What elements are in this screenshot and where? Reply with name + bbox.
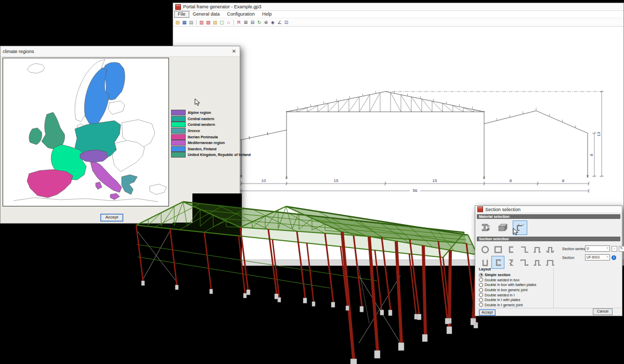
menu-configuration[interactable]: Configuration [224, 11, 259, 17]
radio-label: Double in I with plates [485, 298, 520, 302]
legend-swatch-sweden-finland [171, 146, 186, 152]
zoom-out-icon[interactable]: ⊟ [250, 19, 255, 25]
section-value: UF-60x3 [587, 255, 600, 260]
footings [141, 281, 478, 364]
shape-z-section[interactable] [518, 243, 530, 255]
shape-hat[interactable] [531, 243, 543, 255]
open-file-icon[interactable]: ▨ [175, 19, 180, 25]
legend-item: Mediterranean region [171, 140, 240, 146]
climate-titlebar[interactable]: climate regions ✕ [1, 46, 240, 57]
shape-c-channel[interactable] [505, 243, 517, 255]
material-cold-formed-button[interactable] [513, 221, 527, 235]
section-label: Section [562, 256, 585, 259]
shape-circular-hollow[interactable] [479, 243, 491, 255]
close-icon[interactable]: ✕ [230, 48, 238, 54]
section-series-value: U [587, 246, 589, 251]
section-series-dropdown[interactable]: U˅ [585, 245, 610, 252]
europe-map [3, 58, 169, 206]
menu-file[interactable]: File [174, 11, 189, 18]
series-edit-button[interactable]: ✎ [619, 246, 624, 252]
series-panel: Section series U˅ ▫ ✎ ▦ Section UF-60x3˅… [556, 242, 624, 268]
shape-z-lipped[interactable] [518, 256, 530, 268]
options-grid-icon[interactable]: ⊡ [283, 19, 289, 25]
main-titlebar[interactable]: Portal frame generator - Example.gp3 [173, 3, 623, 11]
shape-rect-hollow[interactable] [492, 243, 504, 255]
materials-icon[interactable]: ▨ [212, 19, 218, 25]
legend-swatch-central-western [171, 122, 186, 127]
zoom-window-icon[interactable]: ⊞ [243, 19, 249, 25]
pan-icon[interactable]: ◈ [270, 19, 276, 25]
report-icon[interactable]: ▢ [219, 19, 225, 25]
layout-option[interactable]: Simple section [479, 272, 536, 278]
map-turkey [150, 184, 166, 194]
dim-ridge-height: 13 [596, 132, 601, 136]
shape-hat-wide[interactable] [544, 256, 556, 268]
support-markers [240, 175, 589, 179]
map-baltics [108, 101, 125, 114]
map-iceland [27, 63, 45, 73]
desktop: Portal frame generator - Example.gp3 Fil… [0, 0, 624, 364]
menu-general-data[interactable]: General data [189, 11, 224, 17]
dim-total: 56 [413, 188, 418, 193]
dialog-titlebar[interactable]: Section selection [475, 206, 622, 213]
climate-legend: Alpine region Central eastern Central we… [171, 110, 240, 158]
radio-icon[interactable] [479, 283, 483, 287]
legend-label: Sweden, Finland [188, 147, 216, 151]
legend-label: Mediterranean region [188, 141, 225, 145]
climate-accept-button[interactable]: Accept [100, 214, 123, 222]
radio-icon[interactable] [479, 278, 483, 282]
zoom-icon[interactable]: ⊕ [263, 19, 269, 25]
save-icon[interactable]: ▦ [181, 19, 187, 25]
section-dropdown[interactable]: UF-60x3˅ [585, 254, 610, 261]
radio-icon[interactable] [479, 288, 483, 292]
map-iberia [27, 170, 73, 198]
layout-option[interactable]: Double in I with plates [479, 297, 536, 303]
measure-angle-icon[interactable]: ∠ [277, 19, 282, 25]
shape-hat-lipped[interactable] [544, 243, 556, 255]
map-sardinia [96, 182, 102, 189]
dimension-lines [240, 90, 604, 193]
radio-icon[interactable] [479, 273, 483, 277]
delete-table-icon[interactable]: ▧ [205, 19, 211, 25]
map-ireland [29, 128, 42, 145]
material-box-button[interactable] [496, 221, 510, 235]
redraw-icon[interactable]: R [236, 19, 242, 25]
refresh-icon[interactable]: ↻ [256, 19, 262, 25]
material-i-beam-button[interactable] [479, 221, 492, 235]
layout-option[interactable]: Double in box with batten plates [479, 282, 536, 288]
shape-sigma[interactable] [505, 256, 517, 268]
series-new-button[interactable]: ▫ [612, 246, 617, 252]
print-icon[interactable]: ▤ [188, 19, 194, 25]
map-greece [122, 175, 137, 194]
shape-hat-2[interactable] [531, 256, 543, 268]
layout-option[interactable]: Double welded in I [479, 292, 536, 297]
legend-item: Central western [171, 122, 240, 128]
dialog-cancel-button[interactable]: Cancel [593, 308, 613, 315]
building-view-icon[interactable]: ⌂ [226, 19, 231, 25]
legend-item: Central eastern [171, 116, 240, 122]
legend-item: Sweden, Finland [171, 146, 240, 152]
shape-c-lipped[interactable] [492, 256, 504, 268]
layout-option[interactable]: Double in I generic joint [479, 303, 536, 308]
info-icon[interactable]: i [612, 255, 616, 260]
radio-label: Double in I generic joint [485, 303, 523, 307]
material-buttons [475, 220, 622, 236]
radio-label: Simple section [485, 273, 510, 277]
bar-data-icon[interactable]: ▥ [199, 19, 204, 25]
climate-window-title: climate regions [3, 49, 34, 54]
legend-label: Central eastern [188, 117, 214, 121]
menu-help[interactable]: Help [258, 11, 276, 17]
dialog-accept-button[interactable]: Accept [479, 309, 496, 316]
layout-option[interactable]: Double in box generic joint [479, 288, 536, 293]
legend-swatch-greece [171, 128, 186, 134]
shape-u-channel[interactable] [479, 256, 491, 268]
chevron-down-icon: ˅ [606, 246, 608, 251]
radio-icon[interactable] [479, 298, 483, 302]
radio-icon[interactable] [479, 303, 483, 307]
material-selection-header: Material selection [477, 214, 620, 219]
legend-item: Iberian Peninsula [171, 134, 240, 140]
layout-option[interactable]: Double welded in box [479, 278, 536, 283]
toolbar-separator [196, 20, 197, 25]
legend-swatch-mediterranean [171, 140, 186, 146]
radio-icon[interactable] [479, 293, 483, 297]
